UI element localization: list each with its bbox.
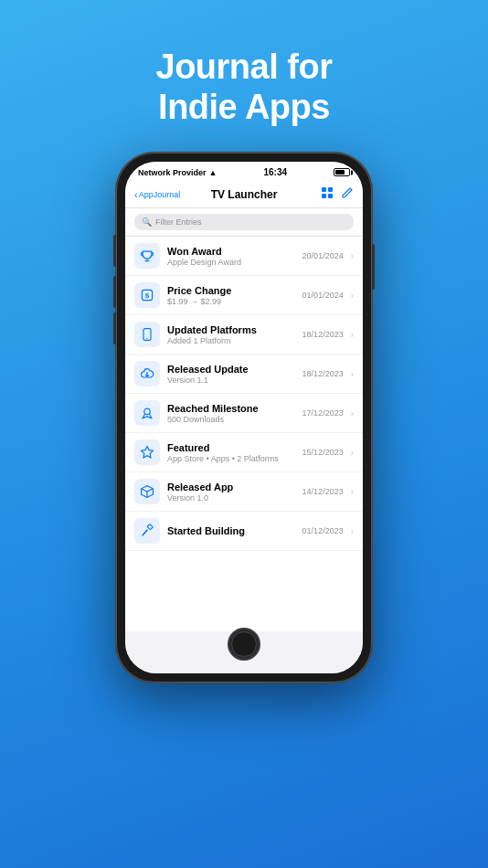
svg-rect-1 <box>328 187 333 192</box>
hero-line2: Indie Apps <box>156 88 333 128</box>
carrier-label: Network Provider <box>138 168 207 177</box>
chevron-right-icon: › <box>351 526 354 536</box>
list-item[interactable]: $ Price Change$1.99 → $2.9901/01/2024› <box>125 276 363 315</box>
entry-date: 01/01/2024 <box>302 291 344 300</box>
chevron-right-icon: › <box>351 330 354 340</box>
entry-subtitle: Version 1.0 <box>167 493 295 503</box>
status-bar: Network Provider ▲ 16:34 <box>125 162 363 181</box>
battery-icon <box>334 168 350 176</box>
nav-back-button[interactable]: ‹ AppJournal <box>134 189 189 200</box>
chevron-right-icon: › <box>351 369 354 379</box>
entry-subtitle: Version 1.1 <box>167 376 295 385</box>
entry-date: 01/12/2023 <box>302 526 344 535</box>
entry-icon-hammer <box>134 518 160 544</box>
nav-bar: ‹ AppJournal TV Launcher <box>125 181 363 208</box>
entry-title: Price Change <box>167 285 295 296</box>
svg-point-9 <box>146 338 147 339</box>
entry-date: 14/12/2023 <box>302 487 344 496</box>
entry-title: Updated Platforms <box>167 324 295 335</box>
entry-icon-box <box>134 479 160 504</box>
entry-icon-star <box>134 439 160 465</box>
entry-date: 18/12/2023 <box>302 369 344 378</box>
grid-icon[interactable] <box>321 186 334 202</box>
list-item[interactable]: FeaturedApp Store • Apps • 2 Platforms15… <box>125 433 363 472</box>
chevron-right-icon: › <box>351 291 354 301</box>
battery-fill <box>335 170 345 175</box>
phone-screen: Network Provider ▲ 16:34 ‹ AppJournal TV… <box>125 162 363 673</box>
entry-subtitle: $1.99 → $2.99 <box>167 297 295 306</box>
entry-title: Released Update <box>167 364 295 375</box>
list-item[interactable]: Released UpdateVersion 1.118/12/2023› <box>125 355 363 394</box>
entry-content: Reached Milestone500 Downloads <box>167 403 295 424</box>
hero-title: Journal for Indie Apps <box>156 48 333 127</box>
entry-subtitle: Added 1 Platform <box>167 336 295 345</box>
chevron-right-icon: › <box>351 408 354 418</box>
entry-subtitle: Apple Design Award <box>167 258 295 267</box>
entry-content: Released AppVersion 1.0 <box>167 482 295 503</box>
entry-title: Reached Milestone <box>167 403 295 414</box>
phone-bottom-bar <box>125 631 363 673</box>
list-item[interactable]: Updated PlatformsAdded 1 Platform18/12/2… <box>125 315 363 355</box>
compose-icon[interactable] <box>341 186 354 202</box>
entry-icon-cloud <box>134 361 160 386</box>
entry-content: Won AwardApple Design Award <box>167 246 295 267</box>
entry-title: Released App <box>167 482 295 492</box>
entry-icon-trophy <box>134 243 160 269</box>
entry-content: Started Building <box>167 525 295 536</box>
chevron-right-icon: › <box>351 487 354 497</box>
filter-placeholder: Filter Entries <box>155 217 202 227</box>
entry-date: 17/12/2023 <box>302 408 344 418</box>
phone-mockup: Network Provider ▲ 16:34 ‹ AppJournal TV… <box>116 153 372 683</box>
search-input[interactable]: 🔍 Filter Entries <box>134 214 354 230</box>
list-item[interactable]: Won AwardApple Design Award20/01/2024› <box>125 237 363 276</box>
entry-content: Updated PlatformsAdded 1 Platform <box>167 324 295 345</box>
svg-rect-2 <box>322 194 326 198</box>
home-button-inner <box>231 631 257 657</box>
svg-rect-0 <box>322 187 326 192</box>
entry-date: 20/01/2024 <box>302 251 344 260</box>
entry-title: Featured <box>167 442 295 453</box>
home-button[interactable] <box>228 628 260 661</box>
entry-date: 18/12/2023 <box>302 330 344 339</box>
phone-outer: Network Provider ▲ 16:34 ‹ AppJournal TV… <box>116 153 372 683</box>
nav-actions <box>299 186 354 202</box>
chevron-right-icon: › <box>351 448 354 458</box>
search-bar: 🔍 Filter Entries <box>125 208 363 237</box>
svg-point-10 <box>144 409 150 415</box>
svg-line-13 <box>143 531 147 536</box>
entry-date: 15/12/2023 <box>302 448 344 457</box>
entry-subtitle: 500 Downloads <box>167 415 295 424</box>
status-icons <box>334 168 350 176</box>
entry-title: Won Award <box>167 246 295 257</box>
entry-icon-dollar: $ <box>134 282 160 308</box>
clock: 16:34 <box>263 167 287 177</box>
entry-content: FeaturedApp Store • Apps • 2 Platforms <box>167 442 295 463</box>
svg-rect-12 <box>147 524 153 530</box>
entry-icon-phone <box>134 322 160 347</box>
search-icon: 🔍 <box>142 217 152 227</box>
back-arrow-icon: ‹ <box>134 189 138 200</box>
chevron-right-icon: › <box>351 251 354 261</box>
wifi-icon: ▲ <box>209 168 217 177</box>
hero-line1: Journal for <box>156 48 333 88</box>
carrier-text: Network Provider ▲ <box>138 168 217 177</box>
list-item[interactable]: Released AppVersion 1.014/12/2023› <box>125 472 363 512</box>
entry-subtitle: App Store • Apps • 2 Platforms <box>167 454 295 463</box>
entry-content: Price Change$1.99 → $2.99 <box>167 285 295 306</box>
entry-content: Released UpdateVersion 1.1 <box>167 364 295 385</box>
nav-title: TV Launcher <box>189 188 299 201</box>
nav-back-label: AppJournal <box>139 190 181 199</box>
svg-rect-3 <box>328 194 333 198</box>
entry-icon-ribbon <box>134 400 160 426</box>
list-item[interactable]: Started Building01/12/2023› <box>125 512 363 551</box>
list-item[interactable]: Reached Milestone500 Downloads17/12/2023… <box>125 394 363 433</box>
entry-title: Started Building <box>167 525 295 536</box>
entries-list: Won AwardApple Design Award20/01/2024› $… <box>125 237 363 631</box>
svg-text:$: $ <box>145 292 150 301</box>
